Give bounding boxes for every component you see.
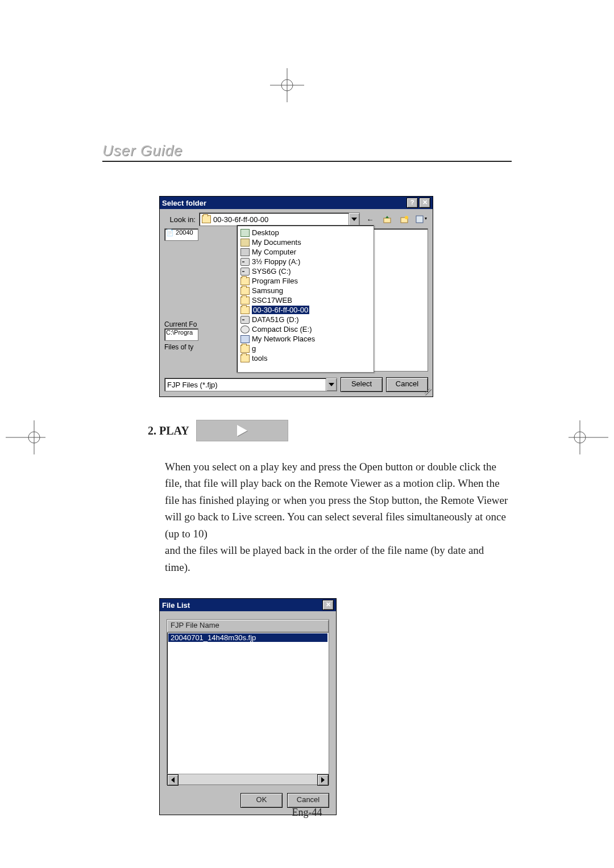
file-type-dropdown-button[interactable] xyxy=(326,378,337,391)
page-header: User Guide xyxy=(102,142,512,161)
look-in-dropdown-button[interactable] xyxy=(349,213,359,226)
current-folder-field[interactable]: C:\Progra xyxy=(164,328,198,341)
tree-node-label: tools xyxy=(252,354,267,362)
net-icon xyxy=(240,335,250,343)
folder-icon xyxy=(240,277,250,285)
tree-node-label: 3½ Floppy (A:) xyxy=(252,257,300,266)
resize-grip-icon[interactable] xyxy=(425,389,432,395)
play-icon xyxy=(237,425,247,436)
tree-node-label: SYS6G (C:) xyxy=(252,267,291,276)
tree-node[interactable]: DATA51G (D:) xyxy=(237,315,374,324)
tree-node-label: My Network Places xyxy=(252,335,315,343)
close-button[interactable]: ✕ xyxy=(419,198,430,208)
ok-button[interactable]: OK xyxy=(240,793,283,808)
body-paragraph-1: When you select on a play key and press … xyxy=(165,461,508,540)
header-rule xyxy=(102,161,512,162)
section-heading: 2. PLAY xyxy=(148,424,189,437)
folder-icon xyxy=(202,215,211,223)
tree-node-label: Compact Disc (E:) xyxy=(252,325,312,333)
file-list-box[interactable]: FJP File Name 20040701_14h48m30s.fjp xyxy=(167,619,329,785)
look-in-value: 00-30-6f-ff-00-00 xyxy=(213,215,268,224)
chevron-right-icon xyxy=(321,777,325,783)
tree-node-label: DATA51G (D:) xyxy=(252,315,299,324)
select-folder-titlebar[interactable]: Select folder ? ✕ xyxy=(160,197,433,209)
body-paragraph-2: and the files will be played back in the… xyxy=(165,544,484,573)
crop-mark-right xyxy=(569,420,608,454)
tree-node[interactable]: g xyxy=(237,344,374,353)
cd-icon xyxy=(240,326,250,333)
play-button-graphic xyxy=(196,420,288,441)
chevron-down-icon xyxy=(329,383,334,386)
scroll-left-button[interactable] xyxy=(167,774,179,786)
current-folder-label: Current Fo xyxy=(164,320,197,328)
file-list-title: File List xyxy=(162,601,190,610)
tree-node[interactable]: tools xyxy=(237,353,374,363)
look-in-tree-dropdown[interactable]: DesktopMy DocumentsMy Computer3½ Floppy … xyxy=(237,225,374,373)
svg-rect-12 xyxy=(384,218,391,223)
folder-icon xyxy=(240,287,250,295)
tree-node-label: Program Files xyxy=(252,277,298,285)
drive-icon xyxy=(240,258,250,266)
tree-node[interactable]: My Computer xyxy=(237,247,374,257)
tree-node-label: My Computer xyxy=(252,248,296,256)
tree-node[interactable]: Program Files xyxy=(237,276,374,286)
back-icon[interactable]: ← xyxy=(363,212,377,226)
tree-node[interactable]: My Documents xyxy=(237,237,374,247)
file-type-combo[interactable]: FJP Files (*.fjp) xyxy=(164,378,337,391)
tree-node[interactable]: Samsung xyxy=(237,286,374,295)
tree-node-label: Desktop xyxy=(252,228,279,237)
folder-icon xyxy=(240,297,250,304)
tree-node[interactable]: Desktop xyxy=(237,228,374,237)
tree-node[interactable]: SSC17WEB xyxy=(237,295,374,305)
tree-node[interactable]: 00-30-6f-ff-00-00 xyxy=(237,305,374,315)
close-button[interactable]: ✕ xyxy=(322,600,334,610)
select-button[interactable]: Select xyxy=(341,377,383,392)
select-folder-dialog: Select folder ? ✕ Look in: 00-30-6f-ff-0… xyxy=(159,196,433,397)
tree-node-label: My Documents xyxy=(252,238,301,247)
tree-node-label: SSC17WEB xyxy=(252,296,292,304)
comp-icon xyxy=(240,248,250,256)
desk-icon xyxy=(240,229,250,237)
tree-node[interactable]: SYS6G (C:) xyxy=(237,266,374,276)
look-in-label: Look in: xyxy=(164,215,196,224)
new-folder-icon[interactable] xyxy=(397,212,411,226)
tree-node[interactable]: Compact Disc (E:) xyxy=(237,324,374,334)
select-folder-title: Select folder xyxy=(162,199,206,207)
tree-node[interactable]: My Network Places xyxy=(237,334,374,344)
svg-point-14 xyxy=(405,216,408,219)
cancel-button[interactable]: Cancel xyxy=(386,377,428,392)
folder-icon xyxy=(240,354,250,362)
page-number: Eng-44 xyxy=(102,807,512,819)
folder-icon xyxy=(240,306,250,314)
tree-node[interactable]: 3½ Floppy (A:) xyxy=(237,257,374,266)
tree-node-label: g xyxy=(252,344,256,353)
drive-icon xyxy=(240,268,250,276)
tree-node-label: 00-30-6f-ff-00-00 xyxy=(252,306,309,314)
file-list-column-header[interactable]: FJP File Name xyxy=(167,620,329,633)
crop-mark-top xyxy=(270,68,304,102)
views-icon[interactable] xyxy=(414,212,428,226)
svg-rect-15 xyxy=(416,216,423,223)
chevron-left-icon xyxy=(171,777,175,783)
cancel-button[interactable]: Cancel xyxy=(287,793,329,808)
recent-thumb[interactable]: 📄 20040 xyxy=(164,228,198,241)
horizontal-scrollbar[interactable] xyxy=(167,774,329,784)
docs-icon xyxy=(240,239,250,247)
help-button[interactable]: ? xyxy=(406,198,418,208)
file-list-dialog: File List ✕ FJP File Name 20040701_14h48… xyxy=(159,598,337,815)
crop-mark-left xyxy=(6,420,45,454)
folder-icon xyxy=(240,345,250,353)
list-item[interactable]: 20040701_14h48m30s.fjp xyxy=(168,633,327,642)
look-in-combo[interactable]: 00-30-6f-ff-00-00 xyxy=(199,212,360,226)
chevron-down-icon xyxy=(351,218,357,221)
file-list-titlebar[interactable]: File List ✕ xyxy=(160,599,336,611)
up-one-level-icon[interactable] xyxy=(380,212,394,226)
files-of-type-label: Files of ty xyxy=(164,343,197,351)
tree-node-label: Samsung xyxy=(252,286,283,295)
drive-icon xyxy=(240,316,250,324)
file-type-value: FJP Files (*.fjp) xyxy=(167,381,218,389)
scroll-right-button[interactable] xyxy=(317,774,329,786)
